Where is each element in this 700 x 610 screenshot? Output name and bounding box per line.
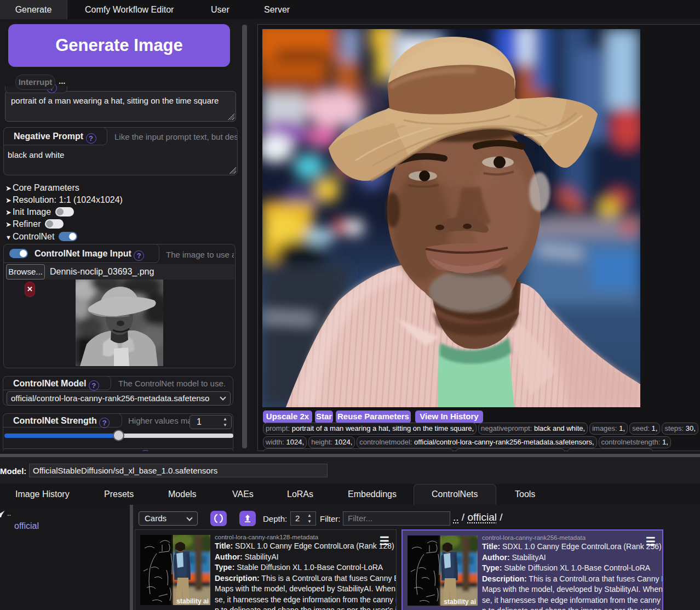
svg-text:stability ai: stability ai (176, 597, 209, 605)
svg-text:stability ai: stability ai (444, 598, 476, 606)
